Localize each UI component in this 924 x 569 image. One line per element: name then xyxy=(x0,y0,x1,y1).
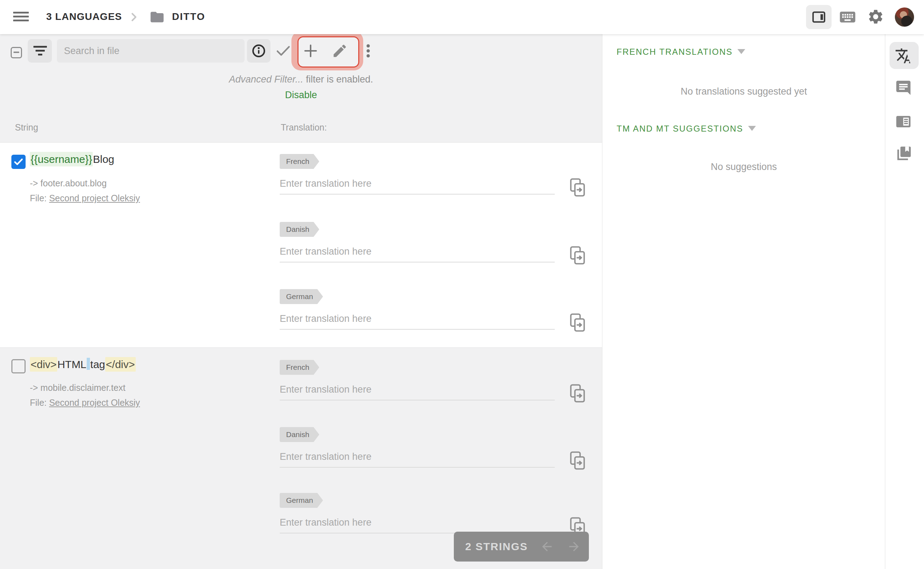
string-column-header: String xyxy=(15,122,38,132)
file-label: File: xyxy=(30,193,47,203)
html-tag-token: </div> xyxy=(105,357,136,372)
search-input[interactable] xyxy=(57,39,244,62)
html-tag-token: <div> xyxy=(30,357,57,372)
edit-string-button[interactable] xyxy=(332,43,348,61)
copy-source-button[interactable] xyxy=(569,450,586,470)
string-text: tag xyxy=(90,359,105,370)
row-checkbox-unchecked[interactable] xyxy=(11,359,26,373)
panel-layout-icon xyxy=(811,9,827,25)
breadcrumb-current: DITTO xyxy=(172,11,205,23)
string-text: Blog xyxy=(93,153,114,165)
disable-filter-link[interactable]: Disable xyxy=(0,90,602,100)
user-avatar[interactable] xyxy=(895,8,914,27)
source-string[interactable]: <div>HTMLtag</div> xyxy=(30,358,136,371)
string-text: HTML xyxy=(57,359,86,370)
language-tag-french: French xyxy=(280,360,319,375)
filter-message: filter is enabled. xyxy=(303,74,373,85)
breadcrumb-root[interactable]: 3 LANGUAGES xyxy=(46,11,122,23)
translation-input-french[interactable] xyxy=(280,173,555,195)
menu-icon[interactable] xyxy=(13,12,29,23)
empty-translations-message: No translations suggested yet xyxy=(602,86,885,97)
language-tag-danish: Danish xyxy=(280,222,319,237)
filter-button[interactable] xyxy=(28,39,52,62)
translation-input-french[interactable] xyxy=(280,379,555,400)
folder-icon xyxy=(149,9,165,26)
language-tag-french: French xyxy=(280,154,319,169)
reader-tool-button[interactable] xyxy=(895,113,912,132)
copy-source-button[interactable] xyxy=(569,178,586,197)
placeholder-token: {{username}} xyxy=(30,152,93,166)
keyboard-icon[interactable] xyxy=(838,8,857,28)
collapse-triangle-icon xyxy=(748,126,756,131)
select-all-checkbox[interactable] xyxy=(11,47,22,58)
string-row: {{username}}Blog -> footer.about.blog Fi… xyxy=(0,143,602,347)
source-string[interactable]: {{username}}Blog xyxy=(30,153,114,165)
right-tool-strip xyxy=(885,34,924,569)
info-button[interactable] xyxy=(247,39,270,62)
translation-input-german[interactable] xyxy=(280,308,555,330)
file-link[interactable]: Second project Oleksiy xyxy=(49,398,140,408)
top-bar: 3 LANGUAGES DITTO xyxy=(0,0,924,34)
translation-input-danish[interactable] xyxy=(280,241,555,262)
file-label: File: xyxy=(30,398,47,408)
copy-source-button[interactable] xyxy=(569,245,586,265)
copy-source-button[interactable] xyxy=(569,313,586,333)
string-file-info: File: Second project Oleksiy xyxy=(30,193,140,204)
filter-notice: Advanced Filter... filter is enabled. xyxy=(0,74,602,85)
more-options-button[interactable] xyxy=(363,42,374,61)
language-tag-danish: Danish xyxy=(280,427,319,442)
side-panel-toggle-button[interactable] xyxy=(806,5,831,29)
approve-check-button[interactable] xyxy=(275,43,291,61)
copy-source-button[interactable] xyxy=(569,383,586,403)
filter-name: Advanced Filter... xyxy=(229,74,303,85)
translate-tool-button[interactable] xyxy=(895,47,913,66)
section-title: FRENCH TRANSLATIONS xyxy=(617,47,733,56)
next-page-button[interactable] xyxy=(567,540,581,555)
section-header-tm-mt[interactable]: TM AND MT SUGGESTIONS xyxy=(617,124,756,134)
filter-icon xyxy=(33,46,47,58)
row-checkbox-checked[interactable] xyxy=(11,155,26,169)
section-title: TM AND MT SUGGESTIONS xyxy=(617,124,743,133)
chevron-right-icon xyxy=(127,10,141,25)
file-link[interactable]: Second project Oleksiy xyxy=(49,193,140,203)
settings-gear-icon[interactable] xyxy=(867,8,884,27)
empty-suggestions-message: No suggestions xyxy=(602,161,885,172)
comments-tool-button[interactable] xyxy=(895,79,912,98)
strings-count-bar: 2 STRINGS xyxy=(454,532,589,561)
info-icon xyxy=(251,43,267,59)
translation-input-german[interactable] xyxy=(280,512,555,534)
collapse-triangle-icon xyxy=(737,49,745,54)
strings-count-label: 2 STRINGS xyxy=(465,540,528,553)
whitespace-marker xyxy=(87,358,90,370)
language-tag-german: German xyxy=(280,493,323,508)
main-content: Advanced Filter... filter is enabled. Di… xyxy=(0,34,602,569)
previous-page-button[interactable] xyxy=(540,540,554,555)
string-file-info: File: Second project Oleksiy xyxy=(30,398,140,408)
add-string-button[interactable] xyxy=(302,42,320,61)
language-tag-german: German xyxy=(280,289,323,304)
translation-column-header: Translation: xyxy=(281,122,327,132)
app-root: 3 LANGUAGES DITTO xyxy=(0,0,924,569)
suggestions-panel: FRENCH TRANSLATIONS No translations sugg… xyxy=(602,34,885,569)
translation-input-danish[interactable] xyxy=(280,446,555,468)
bookmarks-tool-button[interactable] xyxy=(895,145,913,164)
string-key-path: -> mobile.disclaimer.text xyxy=(30,383,126,393)
string-key-path: -> footer.about.blog xyxy=(30,178,107,189)
section-header-translations[interactable]: FRENCH TRANSLATIONS xyxy=(617,47,745,57)
